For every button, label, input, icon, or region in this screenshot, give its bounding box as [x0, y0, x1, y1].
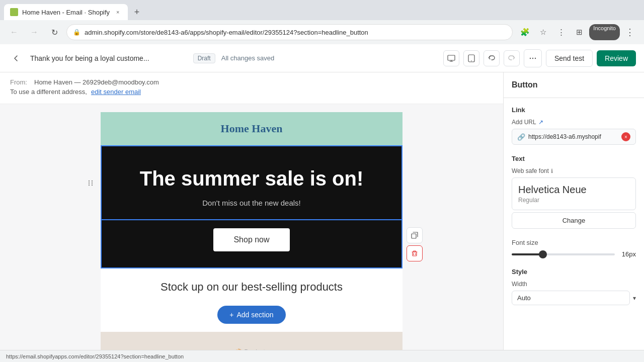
hero-subtext: Don't miss out the new deals!	[112, 199, 391, 207]
email-hero-section: The summer sale is on! Don't miss out th…	[101, 145, 403, 220]
undo-btn[interactable]	[484, 50, 500, 66]
app-layout: Thank you for being a loyal custome... D…	[0, 44, 644, 362]
section-drag-handle[interactable]	[85, 177, 97, 189]
address-bar[interactable]: 🔒 admin.shopify.com/store/de8143-a6/apps…	[66, 24, 513, 40]
width-label: Width	[512, 281, 636, 288]
width-select-row: Auto Full width Custom ▾	[512, 291, 636, 305]
email-text-section: Stock up on our best-selling products	[101, 268, 403, 298]
font-name-display: Helvetica Neue	[518, 184, 629, 196]
app-header: Thank you for being a loyal custome... D…	[0, 44, 644, 72]
svg-rect-12	[412, 234, 416, 238]
send-test-button[interactable]: Send test	[546, 50, 593, 67]
style-section: Style Width Auto Full width Custom ▾	[512, 268, 636, 305]
review-button[interactable]: Review	[597, 50, 636, 66]
font-display: Helvetica Neue Regular	[512, 177, 636, 210]
tab-title: Home Haven - Email · Shopify	[22, 9, 110, 16]
email-button-section: Shop now	[101, 220, 403, 268]
status-url: https://email.shopifyapps.com/editor/293…	[6, 353, 184, 359]
url-input[interactable]	[528, 133, 618, 140]
font-size-row: 16px	[512, 250, 636, 258]
email-header-section: Home Haven	[101, 112, 403, 145]
email-title: Thank you for being a loyal custome...	[30, 54, 187, 62]
hero-wrapper: The summer sale is on! Don't miss out th…	[101, 145, 403, 220]
redo-btn[interactable]	[504, 50, 520, 66]
from-row: From: Home Haven — 26929deb@moodboy.com	[10, 78, 493, 86]
status-bar: https://email.shopifyapps.com/editor/293…	[0, 350, 644, 362]
svg-point-2	[471, 60, 472, 61]
edit-sender-link[interactable]: edit sender email	[91, 88, 141, 96]
brand-name: Home Haven	[111, 122, 392, 135]
new-tab-button[interactable]: +	[130, 5, 144, 19]
svg-point-8	[89, 182, 90, 183]
lock-icon: 🔒	[73, 29, 80, 36]
font-size-slider[interactable]	[512, 253, 615, 255]
change-font-button[interactable]: Change	[512, 212, 636, 229]
duplicate-section-btn[interactable]	[407, 227, 423, 243]
shop-now-button[interactable]: Shop now	[213, 228, 289, 251]
url-text: admin.shopify.com/store/de8143-a6/apps/s…	[85, 29, 506, 36]
email-preview: Home Haven The summer sale is on! Don't …	[101, 112, 403, 362]
font-label: Web safe font ℹ	[512, 167, 636, 174]
width-select[interactable]: Auto Full width Custom	[512, 291, 630, 305]
header-actions: Send test Review	[443, 49, 636, 67]
extensions2-btn[interactable]: ⊞	[571, 24, 587, 40]
more-options-btn[interactable]	[524, 49, 542, 67]
svg-point-3	[530, 57, 531, 58]
desktop-view-btn[interactable]	[443, 50, 459, 66]
panel-header: Button	[504, 72, 644, 98]
svg-point-4	[532, 57, 533, 58]
svg-rect-0	[448, 55, 455, 60]
back-button[interactable]	[8, 50, 24, 66]
add-icon: +	[229, 311, 233, 319]
font-size-section: Font size 16px	[512, 239, 636, 258]
add-section-label: Add section	[237, 311, 274, 319]
slider-track	[512, 253, 543, 255]
mobile-view-btn[interactable]	[463, 50, 479, 66]
chevron-down-icon: ▾	[633, 295, 636, 302]
hero-headline: The summer sale is on!	[112, 166, 391, 191]
tab-favicon	[10, 8, 18, 16]
email-meta: From: Home Haven — 26929deb@moodboy.com …	[0, 72, 503, 104]
text-section: Text Web safe font ℹ Helvetica Neue Regu…	[512, 155, 636, 229]
canvas-area: From: Home Haven — 26929deb@moodboy.com …	[0, 72, 503, 362]
open-url-icon[interactable]: ↗	[538, 119, 543, 126]
slider-thumb[interactable]	[539, 250, 547, 258]
star-btn[interactable]: ☆	[535, 24, 551, 40]
url-input-row[interactable]: 🔗 ×	[512, 129, 636, 145]
panel-title: Button	[512, 80, 538, 89]
tab-close-btn[interactable]: ×	[114, 8, 122, 16]
font-size-value: 16px	[620, 250, 636, 258]
browser-nav: ← → ↻ 🔒 admin.shopify.com/store/de8143-a…	[0, 20, 644, 44]
from-value: Home Haven — 26929deb@moodboy.com	[34, 78, 159, 86]
svg-point-7	[92, 180, 93, 181]
tab-bar: Home Haven - Email · Shopify × +	[0, 0, 644, 20]
extensions-btn[interactable]: 🧩	[517, 24, 533, 40]
svg-rect-13	[413, 252, 417, 256]
url-clear-btn[interactable]: ×	[621, 132, 630, 141]
main-content: From: Home Haven — 26929deb@moodboy.com …	[0, 72, 644, 362]
section-action-buttons	[407, 227, 423, 261]
back-nav-btn[interactable]: ←	[6, 24, 22, 40]
add-section-area: + Add section	[101, 298, 403, 332]
more-actions-btn[interactable]: ⋮	[553, 24, 569, 40]
active-tab[interactable]: Home Haven - Email · Shopify ×	[4, 4, 128, 20]
section-title: Stock up on our best-selling products	[111, 281, 392, 294]
add-url-label: Add URL ↗	[512, 119, 636, 126]
reload-btn[interactable]: ↻	[46, 24, 62, 40]
from-label: From:	[10, 78, 30, 86]
sender-text: To use a different address,	[10, 88, 87, 96]
button-wrapper: Shop now	[101, 220, 403, 268]
link-label: Link	[512, 106, 636, 114]
sender-row: To use a different address, edit sender …	[10, 88, 493, 96]
delete-section-btn[interactable]	[407, 245, 423, 261]
add-section-button[interactable]: + Add section	[217, 306, 285, 324]
link-section: Link Add URL ↗ 🔗 ×	[512, 106, 636, 145]
saved-status: All changes saved	[221, 54, 275, 62]
browser-actions: 🧩 ☆ ⋮ ⊞ Incognito ⋮	[517, 24, 638, 40]
font-style-display: Regular	[518, 197, 629, 204]
incognito-badge[interactable]: Incognito	[589, 24, 620, 40]
forward-nav-btn[interactable]: →	[26, 24, 42, 40]
svg-point-6	[89, 180, 90, 181]
chrome-menu-btn[interactable]: ⋮	[622, 24, 638, 40]
draft-badge: Draft	[193, 53, 215, 63]
